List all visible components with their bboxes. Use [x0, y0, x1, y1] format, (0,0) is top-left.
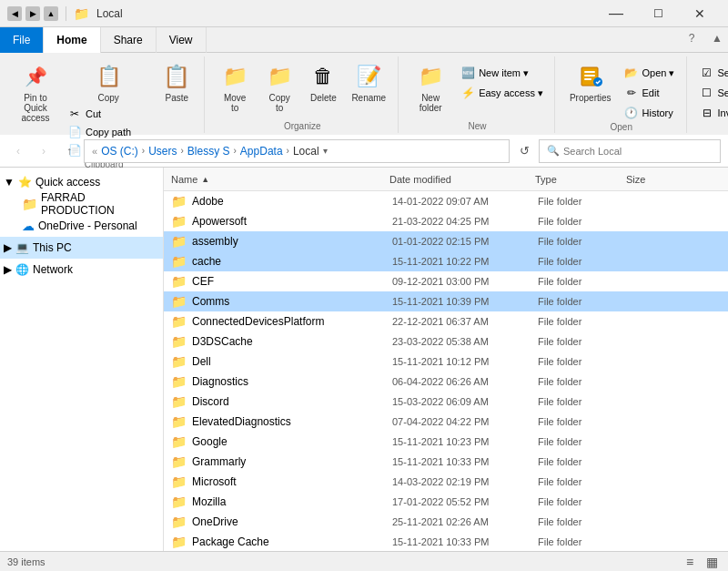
status-bar: 39 items ≡ ▦	[0, 551, 728, 571]
tab-file[interactable]: File	[0, 27, 44, 53]
ribbon-collapse-icon[interactable]: ▲	[706, 27, 728, 49]
pin-to-quick-button[interactable]: 📌 Pin to Quickaccess	[11, 60, 60, 125]
select-all-button[interactable]: ☑ Select all	[696, 64, 729, 82]
invert-selection-button[interactable]: ⊟ Invert selection	[696, 104, 729, 122]
farrad-icon: 📁	[22, 197, 37, 211]
breadcrumb-os[interactable]: OS (C:)	[101, 145, 138, 158]
sidebar-item-farrad[interactable]: 📁 FARRAD PRODUCTION	[0, 193, 163, 215]
table-row[interactable]: 📁 Mozilla 17-01-2022 05:52 PM File folde…	[164, 492, 728, 512]
new-item-button[interactable]: 🆕 New item ▾	[457, 64, 547, 82]
table-row[interactable]: 📁 Dell 15-11-2021 10:12 PM File folder	[164, 352, 728, 372]
col-header-size[interactable]: Size	[626, 174, 699, 185]
table-row[interactable]: 📁 Apowersoft 21-03-2022 04:25 PM File fo…	[164, 211, 728, 231]
new-item-label: New item ▾	[479, 67, 529, 79]
move-to-label: Move to	[219, 93, 250, 113]
select-items: ☑ Select all ☐ Select none ⊟ Invert sele…	[696, 56, 729, 122]
table-row[interactable]: 📁 Diagnostics 06-04-2022 06:26 AM File f…	[164, 372, 728, 392]
maximize-button[interactable]: ☐	[637, 0, 679, 27]
up-button[interactable]: ↑	[58, 140, 80, 162]
sidebar-item-this-pc[interactable]: ▶ 💻 This PC	[0, 237, 163, 259]
file-name: Dell	[192, 355, 392, 368]
sidebar-item-quick-access[interactable]: ▼ ⭐ Quick access	[0, 171, 163, 193]
tab-home[interactable]: Home	[44, 27, 100, 53]
open-icon: 📂	[624, 66, 639, 80]
refresh-button[interactable]: ↺	[513, 140, 535, 162]
breadcrumb-dropdown-icon[interactable]: ▾	[323, 146, 328, 156]
col-header-type[interactable]: Type	[535, 174, 626, 185]
rename-button[interactable]: 📝 Rename	[347, 60, 390, 105]
forward-button[interactable]: ›	[33, 140, 55, 162]
select-none-button[interactable]: ☐ Select none	[696, 84, 729, 102]
folder-icon: 📁	[171, 474, 187, 489]
table-row[interactable]: 📁 cache 15-11-2021 10:22 PM File folder	[164, 251, 728, 271]
ribbon-content: 📌 Pin to Quickaccess 📋 Copy ✂ Cut 📄 Copy…	[0, 53, 728, 135]
table-row[interactable]: 📁 Discord 15-03-2022 06:09 AM File folde…	[164, 392, 728, 412]
delete-button[interactable]: 🗑 Delete	[303, 60, 343, 105]
breadcrumb-local[interactable]: Local	[293, 145, 319, 158]
minimize-button[interactable]: —	[595, 0, 637, 27]
rename-label: Rename	[351, 93, 386, 103]
paste-button[interactable]: 📋 Paste	[157, 60, 197, 105]
list-view-button[interactable]: ≡	[681, 553, 699, 571]
cut-button[interactable]: ✂ Cut	[64, 105, 153, 123]
file-name: Grammarly	[192, 455, 392, 468]
sidebar-item-network[interactable]: ▶ 🌐 Network	[0, 259, 163, 280]
table-row[interactable]: 📁 Microsoft 14-03-2022 02:19 PM File fol…	[164, 472, 728, 492]
search-icon: 🔍	[547, 145, 560, 157]
easy-access-button[interactable]: ⚡ Easy access ▾	[457, 84, 547, 102]
properties-button[interactable]: Properties	[564, 60, 617, 105]
file-date: 07-04-2022 04:22 PM	[392, 416, 538, 427]
breadcrumb-bar[interactable]: « OS (C:) › Users › Blessy S › AppData ›…	[84, 139, 510, 163]
delete-icon: 🗑	[308, 62, 338, 91]
breadcrumb-sep-4: ›	[287, 146, 289, 156]
file-type: File folder	[538, 396, 629, 407]
file-date: 15-11-2021 10:12 PM	[392, 356, 538, 367]
table-row[interactable]: 📁 assembly 01-01-2022 02:15 PM File fold…	[164, 231, 728, 251]
new-folder-button[interactable]: 📁 Newfolder	[408, 60, 453, 115]
copy-to-button[interactable]: 📁 Copy to	[259, 60, 300, 115]
table-row[interactable]: 📁 OneDrive 25-11-2021 02:26 AM File fold…	[164, 512, 728, 532]
table-row[interactable]: 📁 CEF 09-12-2021 03:00 PM File folder	[164, 271, 728, 291]
name-header-label: Name	[171, 174, 197, 185]
search-input[interactable]	[563, 146, 713, 157]
table-row[interactable]: 📁 Grammarly 15-11-2021 10:33 PM File fol…	[164, 452, 728, 472]
history-button[interactable]: 🕐 History	[621, 104, 679, 122]
tab-share[interactable]: Share	[101, 27, 157, 53]
folder-icon: 📁	[171, 434, 187, 449]
table-row[interactable]: 📁 ElevatedDiagnostics 07-04-2022 04:22 P…	[164, 412, 728, 432]
breadcrumb-appdata[interactable]: AppData	[240, 145, 283, 158]
table-row[interactable]: 📁 ConnectedDevicesPlatform 22-12-2021 06…	[164, 311, 728, 331]
move-to-button[interactable]: 📁 Move to	[214, 60, 256, 115]
tab-view[interactable]: View	[157, 27, 207, 53]
search-box[interactable]: 🔍	[539, 139, 721, 163]
new-folder-label: Newfolder	[420, 93, 442, 113]
onedrive-label: OneDrive - Personal	[38, 219, 137, 232]
file-type: File folder	[538, 436, 629, 447]
file-name: Package Cache	[192, 535, 392, 548]
table-row[interactable]: 📁 D3DSCache 23-03-2022 05:38 AM File fol…	[164, 331, 728, 352]
file-date: 15-11-2021 10:33 PM	[392, 456, 538, 467]
ribbon-help-icon[interactable]: ?	[681, 27, 703, 49]
edit-button[interactable]: ✏ Edit	[621, 84, 679, 102]
details-view-button[interactable]: ▦	[703, 553, 721, 571]
file-name: CEF	[192, 275, 392, 288]
breadcrumb-users[interactable]: Users	[148, 145, 177, 158]
back-button[interactable]: ‹	[7, 140, 29, 162]
file-date: 17-01-2022 05:52 PM	[392, 496, 538, 507]
sidebar-item-onedrive[interactable]: ☁ OneDrive - Personal	[0, 215, 163, 237]
table-row[interactable]: 📁 Comms 15-11-2021 10:39 PM File folder	[164, 291, 728, 311]
table-row[interactable]: 📁 Adobe 14-01-2022 09:07 AM File folder	[164, 191, 728, 211]
copy-button[interactable]: 📋 Copy	[64, 60, 153, 105]
file-date: 06-04-2022 06:26 AM	[392, 376, 538, 387]
col-header-name[interactable]: Name ▲	[171, 174, 389, 185]
breadcrumb-blessy[interactable]: Blessy S	[187, 145, 230, 158]
table-row[interactable]: 📁 Package Cache 15-11-2021 10:33 PM File…	[164, 532, 728, 551]
main-content: ▼ ⭐ Quick access 📁 FARRAD PRODUCTION ☁ O…	[0, 168, 728, 551]
rename-icon: 📝	[354, 62, 383, 91]
col-header-date[interactable]: Date modified	[389, 174, 535, 185]
quick-access-label: Quick access	[35, 176, 100, 189]
table-row[interactable]: 📁 Google 15-11-2021 10:23 PM File folder	[164, 432, 728, 452]
ribbon-group-new: 📁 Newfolder 🆕 New item ▾ ⚡ Easy access ▾…	[400, 56, 555, 133]
close-button[interactable]: ✕	[679, 0, 721, 27]
open-button[interactable]: 📂 Open ▾	[621, 64, 679, 82]
